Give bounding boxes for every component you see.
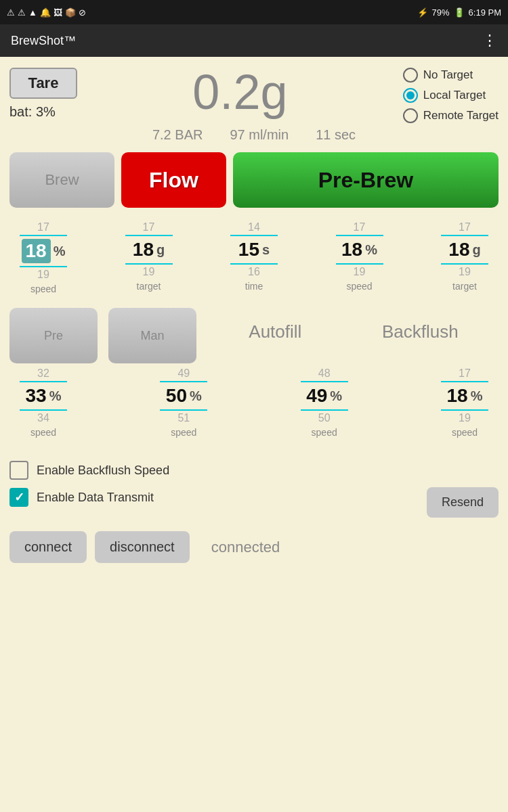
spinner-r2-2-value-row[interactable]: 49 % (306, 385, 342, 407)
bottom-bar: connect disconnect connected (9, 531, 499, 563)
spinner-r2-0-label: speed (30, 427, 56, 438)
warning-icon-3: ▲ (28, 7, 37, 18)
image-icon: 🖼 (54, 7, 62, 18)
warning-icon: ⚠ (7, 7, 15, 18)
spinner-4-line-bot (441, 263, 488, 265)
spinner-r2-2-label: speed (312, 427, 337, 438)
spinner-2-label: time (245, 281, 263, 292)
spinner-0-below: 19 (37, 269, 49, 281)
spinner-0-line-bot (20, 266, 67, 267)
spinner-flow-speed: 17 18 % 19 speed (326, 221, 394, 294)
radio-inner-local (406, 91, 415, 99)
spinner-0-unit: % (54, 244, 66, 259)
spinner-r2-3-line-top (441, 381, 488, 382)
tare-button[interactable]: Tare (9, 68, 77, 99)
spinner-3-line-bot (336, 263, 383, 265)
spinner-r2-3-label: speed (452, 427, 478, 438)
checkbox-backflush-item[interactable]: Enable Backflush Speed (9, 461, 169, 480)
pre-button[interactable]: Pre (9, 308, 98, 363)
radio-no-target[interactable]: No Target (403, 68, 499, 83)
spinner-0-label: speed (30, 284, 56, 294)
spinner-4-value: 18 (448, 239, 469, 261)
flow-stat: 97 ml/min (230, 127, 289, 143)
buttons-row: Brew Flow Pre-Brew (9, 152, 499, 208)
spinner-0-above: 17 (37, 221, 49, 233)
spinner-r2-3-unit: % (471, 388, 483, 404)
autofill-label: Autofill (249, 321, 301, 342)
checkbox-transmit-box[interactable]: ✓ (9, 488, 28, 507)
battery-percent: 79% (432, 7, 450, 18)
bluetooth-icon: ⚡ (417, 7, 428, 18)
spinner-r2-3-value-row[interactable]: 18 % (447, 385, 483, 407)
spinner-brew-speed: 17 18 % 19 speed (9, 221, 77, 294)
spinner-4-line-top (441, 235, 488, 236)
spinner-3-above: 17 (354, 221, 366, 233)
spinner-0-value-row[interactable]: 18 % (22, 239, 66, 263)
spinner-brew-time: 14 15 s 16 time (220, 221, 288, 294)
spinner-1-below: 19 (143, 266, 155, 278)
spinner-3-value: 18 (341, 239, 362, 261)
box-icon: 📦 (65, 7, 76, 18)
spinner-r2-3-above: 17 (459, 367, 471, 380)
checkbox-transmit-item[interactable]: ✓ Enable Data Transmit (9, 488, 169, 507)
local-target-label: Local Target (423, 89, 486, 102)
spinner-backflush-speed: 17 18 % 19 speed (431, 367, 499, 438)
spinner-r2-1-value-row[interactable]: 50 % (166, 385, 202, 407)
spinner-r2-2-line-top (301, 381, 348, 382)
backflush-label: Backflush (382, 321, 459, 342)
spinner-r2-0-unit: % (49, 388, 62, 404)
radio-circle-remote-target (403, 108, 418, 123)
spinner-r2-0-value: 33 (26, 385, 47, 407)
man-button[interactable]: Man (108, 308, 196, 363)
checkbox-backflush-box[interactable] (9, 461, 28, 480)
time-display: 6:19 PM (469, 7, 501, 18)
spinner-1-label: target (137, 281, 161, 292)
status-bar: ⚠ ⚠ ▲ 🔔 🖼 📦 ⊘ ⚡ 79% 🔋 6:19 PM (0, 0, 508, 24)
checkboxes-resend-row: Enable Backflush Speed ✓ Enable Data Tra… (9, 451, 499, 524)
radio-circle-no-target (403, 68, 418, 83)
spinners-row-2: 32 33 % 34 speed 49 50 % 51 speed 48 (9, 367, 499, 438)
spinner-brew-target: 17 18 g 19 target (115, 221, 183, 294)
app-title: BrewShot™ (11, 34, 76, 48)
brew-button[interactable]: Brew (9, 152, 114, 208)
spinner-3-label: speed (346, 281, 372, 292)
spinner-r2-1-above: 49 (177, 367, 190, 380)
battery-icon: 🔋 (454, 7, 465, 18)
connected-status: connected (211, 539, 280, 556)
prebrew-button[interactable]: Pre-Brew (233, 152, 499, 208)
status-right: ⚡ 79% 🔋 6:19 PM (417, 7, 501, 18)
spinner-1-unit: g (156, 242, 165, 258)
radio-local-target[interactable]: Local Target (403, 88, 499, 103)
weight-display: 0.2g (77, 64, 403, 120)
spinner-r2-2-below: 50 (318, 412, 331, 424)
spinner-1-value: 18 (133, 239, 154, 261)
spinner-r2-1-value: 50 (166, 385, 187, 407)
spinner-0-value: 18 (22, 239, 51, 263)
spinner-2-unit: s (262, 242, 270, 258)
stats-row: 7.2 BAR 97 ml/min 11 sec (9, 127, 499, 143)
resend-button[interactable]: Resend (427, 487, 499, 518)
connect-button[interactable]: connect (9, 531, 87, 563)
flow-button[interactable]: Flow (121, 152, 226, 208)
spinner-r2-0-value-row[interactable]: 33 % (26, 385, 62, 407)
spinner-r2-2-above: 48 (318, 367, 331, 380)
warning-icon-2: ⚠ (18, 7, 26, 18)
spinner-2-line-top (230, 235, 278, 236)
spinner-r2-1-label: speed (171, 427, 196, 438)
radio-remote-target[interactable]: Remote Target (403, 108, 499, 123)
spinner-1-value-row[interactable]: 18 g (133, 239, 165, 261)
spinner-pre-speed: 32 33 % 34 speed (9, 367, 77, 438)
menu-icon[interactable]: ⋮ (482, 32, 497, 49)
spinner-man-speed: 49 50 % 51 speed (150, 367, 217, 438)
checkboxes-section: Enable Backflush Speed ✓ Enable Data Tra… (9, 461, 169, 515)
time-stat: 11 sec (316, 127, 356, 143)
spinner-3-value-row[interactable]: 18 % (341, 239, 377, 261)
spinner-3-unit: % (365, 242, 377, 258)
spinner-2-value-row[interactable]: 15 s (238, 239, 270, 261)
spinner-r2-1-line-top (160, 381, 207, 382)
stop-icon: ⊘ (79, 7, 86, 18)
spinner-r2-0-above: 32 (37, 367, 49, 380)
spinner-4-value-row[interactable]: 18 g (448, 239, 480, 261)
radio-circle-local-target (403, 88, 418, 103)
disconnect-button[interactable]: disconnect (95, 531, 190, 563)
